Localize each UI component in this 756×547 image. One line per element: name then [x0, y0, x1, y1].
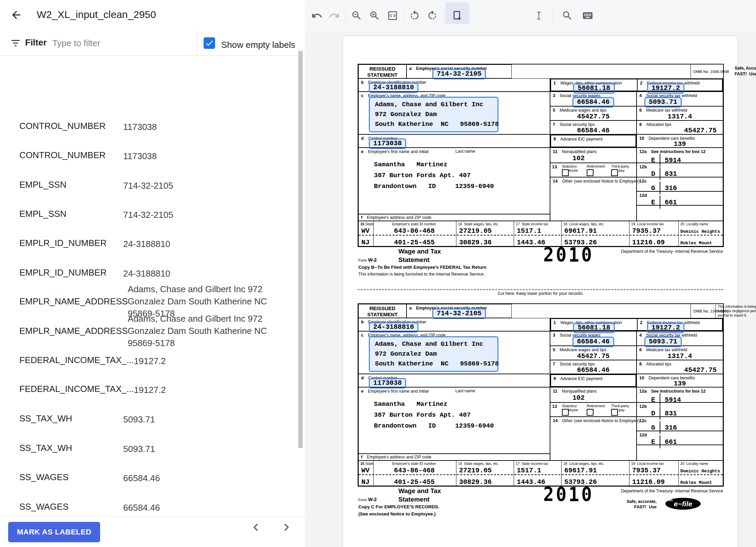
box-7: 7Social security tips 66584.46 — [550, 120, 637, 134]
label-row[interactable]: SS_WAGES66584.46 — [19, 502, 292, 514]
label-name: SS_WAGES — [19, 502, 123, 512]
label-row[interactable]: EMPLR_NAME_ADDRESSAdams, Chase and Gilbe… — [19, 289, 292, 314]
label-row[interactable]: EMPLR_NAME_ADDRESSAdams, Chase and Gilbe… — [19, 318, 292, 343]
box-c-employer: cEmployer's name, address, and ZIP code … — [358, 331, 550, 374]
statutory-employee-checkbox — [562, 409, 569, 416]
label-name: SS_WAGES — [19, 472, 123, 483]
label-name: EMPLR_NAME_ADDRESS — [19, 296, 128, 307]
ssn-annotation[interactable]: 714-32-2105 — [432, 308, 486, 319]
label-row[interactable]: EMPL_SSN714-32-2105 — [19, 209, 292, 221]
label-value: 5093.71 — [123, 413, 292, 426]
omb-number: OMB No. 1545-0008 — [693, 70, 729, 74]
document-viewer: REISSUEDSTATEMENT aEmployee's social sec… — [305, 32, 756, 547]
box-f-address-label: fEmployee's address and ZIP code — [358, 214, 550, 221]
form-header-right: OMB No. 1545-0008 Safe, Accurate, FAST! … — [512, 304, 723, 318]
employer-address-annotation[interactable]: Adams, Chase and Gilbert Inc 972 Gonzale… — [369, 336, 498, 372]
box-12a: 12aSee instructions for box 12 E5914 — [637, 148, 723, 163]
fit-page-icon[interactable] — [385, 9, 400, 23]
previous-page-button[interactable] — [247, 519, 265, 536]
label-value: Adams, Chase and Gilbert Inc 972 Gonzale… — [128, 313, 292, 349]
redo-icon[interactable] — [327, 9, 341, 23]
text-select-icon[interactable] — [532, 9, 546, 23]
box-12b: 12b D831 — [637, 163, 723, 177]
state-local-table: 15 State WV NJ Employer's state ID numbe… — [358, 221, 723, 246]
label-row[interactable]: SS_TAX_WH5093.71 — [19, 443, 292, 455]
box-2: 2Federal income tax withheld 19127.2 — [637, 79, 722, 91]
box-c-employer: cEmployer's name, address, and ZIP code … — [358, 92, 550, 134]
show-empty-labels-checkbox[interactable] — [204, 37, 215, 49]
divider — [691, 304, 691, 318]
back-arrow-icon[interactable] — [10, 9, 24, 22]
state-wages-column: 16 State wages, tips, etc. 27219.05 3082… — [456, 221, 514, 246]
box-b-ein: bEmployer identification number 24-31888… — [358, 78, 550, 92]
tax-year: 2010 — [543, 244, 594, 266]
search-icon[interactable] — [560, 9, 574, 23]
state-id-column: Employer's state ID number 643-86-468 40… — [373, 221, 456, 246]
boxes-1-2: 1Wages, tips, other compensation 56081.1… — [550, 78, 723, 92]
undo-icon[interactable] — [310, 9, 324, 23]
label-row[interactable]: EMPLR_ID_NUMBER24-3188810 — [19, 267, 292, 280]
document-labeling-app: W2_XL_input_clean_2950 Filter Show empty… — [0, 0, 756, 547]
filter-icon — [10, 38, 21, 49]
form-footer: Form W-2 Wage and TaxStatement 2010 Depa… — [358, 247, 723, 301]
show-empty-labels-text: Show empty labels — [221, 40, 295, 50]
label-row[interactable]: CONTROL_NUMBER1173038 — [19, 150, 292, 162]
label-value: 19127.2 — [134, 355, 292, 367]
box-12c: 12c G316 — [637, 177, 723, 191]
label-value: 66584.46 — [123, 502, 292, 514]
local-tax-column: 19 Local income tax 7935.37 11216.09 — [629, 461, 679, 486]
box-10: 10Dependent care benefits 139 — [637, 134, 723, 148]
box-d-control: dControl number 1173038 — [358, 134, 550, 148]
label-value: 19127.2 — [134, 384, 292, 396]
label-row[interactable]: FEDERAL_INCOME_TAX_...19127.2 — [19, 384, 292, 396]
local-tax-column: 19 Local income tax 7935.37 11216.09 — [629, 221, 679, 246]
row-divider — [359, 235, 723, 235]
box-6: 6Medicare tax withheld 1317.4 — [637, 346, 723, 360]
label-row[interactable]: EMPLR_ID_NUMBER24-3188810 — [19, 238, 292, 250]
label-value: 1173038 — [123, 150, 292, 162]
label-value: 24-3188810 — [123, 238, 292, 250]
box-d-control: dControl number 1173038 — [358, 374, 550, 387]
box-4: 4Social security tax withheld 5093.71 — [637, 331, 723, 346]
viewer-toolbar — [305, 0, 756, 32]
w2-form: REISSUEDSTATEMENT aEmployee's social sec… — [358, 64, 724, 247]
boxes-1-2: 1Wages, tips, other compensation 56081.1… — [550, 318, 723, 331]
row-divider — [359, 474, 723, 475]
rotate-left-icon[interactable] — [408, 9, 422, 23]
reissued-statement: REISSUEDSTATEMENT — [358, 64, 407, 78]
sidebar-footer: MARK AS LABELED — [0, 516, 305, 547]
box-13: 13 Statutoryemployee Retirementplan Thir… — [550, 163, 637, 177]
next-page-button[interactable] — [278, 519, 295, 536]
box-1: 1Wages, tips, other compensation 56081.1… — [551, 79, 637, 91]
form-footer: Form W-2 Wage and TaxStatement 2010 Depa… — [358, 487, 723, 541]
label-row[interactable]: CONTROL_NUMBER1173038 — [19, 121, 292, 133]
filter-label: Filter — [25, 37, 47, 48]
label-list: CONTROL_NUMBER1173038CONTROL_NUMBER11730… — [0, 55, 299, 516]
box-5: 5Medicare wages and tips 45427.75 — [550, 346, 637, 360]
employer-address-annotation[interactable]: Adams, Chase and Gilbert Inc 972 Gonzale… — [369, 97, 498, 132]
box-f-address-label: fEmployee's address and ZIP code — [358, 454, 550, 460]
label-row[interactable]: EMPL_SSN714-32-2105 — [19, 180, 292, 192]
third-party-sick-pay-checkbox — [611, 409, 618, 416]
zoom-in-icon[interactable] — [367, 9, 382, 23]
mark-as-labeled-button[interactable]: MARK AS LABELED — [8, 522, 100, 542]
label-row[interactable]: SS_WAGES66584.46 — [19, 472, 292, 484]
box-1: 1Wages, tips, other compensation 56081.1… — [551, 319, 637, 330]
box-e-employee: eEmployee's first name and initial Last … — [358, 148, 550, 214]
rotate-right-icon[interactable] — [425, 9, 439, 23]
divider — [553, 7, 553, 24]
state-column: 15 State WV NJ — [359, 461, 373, 486]
label-name: SS_TAX_WH — [19, 413, 123, 424]
zoom-out-icon[interactable] — [349, 9, 364, 23]
label-name: CONTROL_NUMBER — [19, 150, 123, 161]
filter-input[interactable] — [52, 35, 189, 52]
sidebar-scrollbar[interactable] — [298, 51, 303, 448]
tax-year: 2010 — [543, 484, 594, 506]
add-bounding-box-icon[interactable] — [450, 9, 465, 23]
label-name: FEDERAL_INCOME_TAX_... — [19, 355, 134, 365]
label-row[interactable]: FEDERAL_INCOME_TAX_...19127.2 — [19, 355, 292, 367]
ssn-annotation[interactable]: 714-32-2105 — [432, 69, 486, 79]
document-title: W2_XL_input_clean_2950 — [37, 9, 156, 20]
label-row[interactable]: SS_TAX_WH5093.71 — [19, 413, 292, 426]
keyboard-shortcuts-icon[interactable] — [581, 9, 595, 23]
